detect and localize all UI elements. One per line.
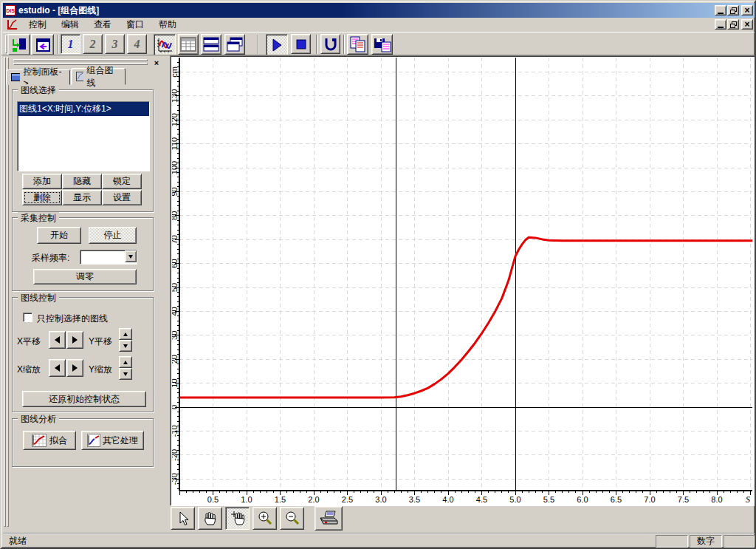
panel-drag-handle[interactable] — [13, 63, 148, 65]
cascade-windows-button[interactable] — [224, 34, 245, 55]
tab-combined-graph[interactable]: 组合图线 — [71, 68, 126, 85]
svg-text:100: 100 — [172, 161, 179, 174]
graph-view-icon — [156, 37, 173, 53]
tab-control-panel[interactable]: 控制面板-> — [6, 69, 70, 85]
y-zoom-label: Y缩放 — [89, 364, 112, 376]
panel-gripper[interactable] — [7, 57, 9, 527]
y-pan-down-button[interactable] — [119, 340, 132, 352]
svg-text:2.0: 2.0 — [308, 495, 319, 504]
y-pan-up-button[interactable] — [119, 328, 132, 340]
mdi-restore-button[interactable] — [727, 19, 739, 30]
restore-button[interactable] — [727, 5, 739, 16]
combined-graph-plot[interactable]: 0.51.01.52.02.53.03.54.04.55.05.56.06.57… — [172, 58, 755, 505]
zero-adjust-button[interactable]: 调零 — [33, 269, 137, 284]
svg-text:3.5: 3.5 — [409, 495, 420, 504]
svg-text:5.0: 5.0 — [509, 495, 520, 504]
lock-curve-button[interactable]: 锁定 — [102, 174, 142, 189]
select-tool-button[interactable] — [171, 507, 195, 530]
svg-text:110: 110 — [172, 137, 179, 151]
tab-combined-graph-label: 组合图线 — [86, 64, 120, 89]
status-num-text: 数字 — [697, 535, 715, 548]
reset-controls-button[interactable]: 还原初始控制状态 — [22, 391, 146, 407]
pan-tool-button[interactable] — [198, 507, 222, 530]
fit-button[interactable]: 拟合 — [23, 431, 76, 450]
settings-curve-button[interactable]: 设置 — [102, 190, 142, 205]
menu-control[interactable]: 控制 — [22, 17, 53, 33]
combined-graph-tab-icon — [76, 72, 83, 81]
svg-text:120: 120 — [172, 113, 179, 126]
curve-list-item[interactable]: 图线1<X:时间,Y:位移1> — [18, 102, 149, 116]
import-window-button[interactable] — [31, 34, 54, 55]
other-process-button[interactable]: 其它处理 — [81, 431, 144, 450]
connect-device-icon — [10, 37, 28, 53]
pan-cursor-tool-button[interactable] — [225, 507, 250, 530]
y-zoom-down-button[interactable] — [119, 368, 132, 380]
delete-curve-button[interactable]: 删除 — [22, 190, 62, 205]
minimize-button[interactable] — [715, 5, 726, 16]
hide-curve-button[interactable]: 隐藏 — [62, 174, 102, 189]
panel-close-button[interactable]: × — [151, 58, 162, 67]
start-button[interactable]: 开始 — [37, 227, 81, 244]
svg-text:0.5: 0.5 — [207, 495, 219, 504]
title-bar[interactable]: DIS estudio - [组合图线] — [3, 3, 755, 18]
acquisition-group: 采集控制 开始 停止 采样频率: 调零 — [12, 217, 154, 291]
page-4-button[interactable]: 4 — [127, 34, 147, 54]
menu-view[interactable]: 查看 — [87, 17, 118, 33]
menu-edit[interactable]: 编辑 — [55, 17, 86, 33]
page-3-label: 3 — [112, 38, 118, 51]
connect-device-button[interactable] — [7, 34, 30, 55]
page-2-button[interactable]: 2 — [83, 34, 103, 54]
other-process-label: 其它处理 — [103, 434, 138, 447]
toolbar-separator — [343, 35, 345, 54]
only-selected-checkbox[interactable] — [23, 313, 32, 322]
svg-text:6.5: 6.5 — [611, 495, 622, 504]
mdi-restore-icon — [730, 21, 737, 28]
status-cell-caps — [656, 535, 688, 548]
zoom-out-tool-button[interactable] — [280, 507, 304, 530]
menu-window[interactable]: 窗口 — [120, 17, 151, 33]
show-curve-button[interactable]: 显示 — [62, 190, 102, 205]
page-3-button[interactable]: 3 — [105, 34, 125, 54]
graph-view-button[interactable] — [154, 34, 176, 55]
mdi-close-button[interactable]: × — [741, 19, 753, 30]
panel-drag-handle[interactable] — [13, 59, 148, 61]
print-button[interactable] — [315, 506, 343, 531]
document-chart-icon[interactable] — [6, 19, 18, 31]
stop-button[interactable]: 停止 — [89, 227, 137, 244]
stop-icon — [296, 39, 306, 50]
status-bar: 就绪 — [3, 533, 756, 549]
arrow-up-icon — [123, 361, 128, 364]
svg-text:-10: -10 — [172, 425, 179, 437]
u-tool-button[interactable] — [320, 34, 340, 54]
save-data-button[interactable] — [371, 34, 393, 55]
curve-listbox[interactable]: 图线1<X:时间,Y:位移1> — [17, 101, 150, 171]
x-pan-left-button[interactable] — [49, 331, 66, 349]
window-title: estudio - [组合图线] — [18, 4, 99, 17]
table-view-button[interactable] — [178, 34, 199, 55]
start-acquisition-button[interactable] — [266, 34, 288, 55]
mdi-minimize-button[interactable] — [715, 19, 726, 30]
zoom-in-tool-button[interactable] — [252, 507, 277, 530]
copy-data-button[interactable] — [347, 34, 368, 55]
menu-help[interactable]: 帮助 — [152, 17, 183, 33]
curve-control-group: 图线控制 只控制选择的图线 X平移 Y平移 X缩放 Y缩放 还原初始控制状态 — [12, 297, 154, 412]
close-button[interactable]: × — [741, 5, 753, 16]
y-zoom-up-button[interactable] — [119, 356, 132, 368]
panel-gripper[interactable] — [4, 57, 6, 527]
page-1-button[interactable]: 1 — [61, 34, 80, 54]
x-zoom-in-button[interactable] — [66, 359, 83, 377]
split-horizontal-button[interactable] — [201, 34, 221, 55]
restore-icon — [730, 7, 737, 14]
fit-label: 拟合 — [49, 434, 67, 447]
chart-panel[interactable]: 0.51.01.52.02.53.03.54.04.55.05.56.06.57… — [170, 55, 756, 506]
add-curve-button[interactable]: 添加 — [22, 174, 62, 189]
toolbar-separator — [258, 35, 259, 54]
x-zoom-out-button[interactable] — [49, 359, 66, 377]
svg-text:7.5: 7.5 — [678, 495, 689, 504]
stop-acquisition-button[interactable] — [291, 34, 311, 54]
sample-rate-combobox[interactable] — [80, 250, 137, 265]
svg-text:4.5: 4.5 — [476, 495, 487, 504]
sample-rate-dropdown-button[interactable] — [125, 250, 137, 262]
status-cell-scrl — [724, 535, 755, 548]
x-pan-right-button[interactable] — [66, 331, 83, 349]
